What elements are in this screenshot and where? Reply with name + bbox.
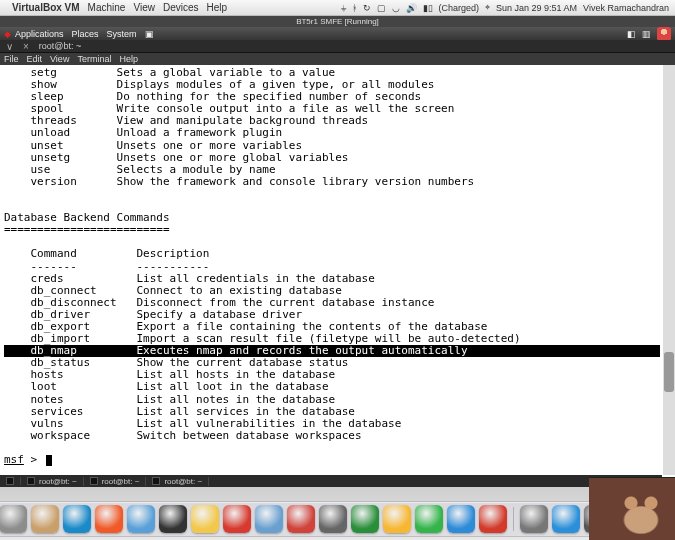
dock-icon-7[interactable] bbox=[191, 505, 219, 533]
panel-user-icon[interactable] bbox=[657, 27, 671, 41]
term-menu-terminal[interactable]: Terminal bbox=[77, 54, 111, 64]
linux-taskbar: root@bt: ~ root@bt: ~ root@bt: ~ bbox=[0, 475, 662, 487]
vm-window-title: BT5r1 SMFE [Running] bbox=[0, 16, 675, 27]
dock-icon-16[interactable] bbox=[479, 505, 507, 533]
mac-menubar: VirtualBox VM Machine View Devices Help … bbox=[0, 0, 675, 16]
dock-icon-11[interactable] bbox=[319, 505, 347, 533]
dock-icon-2[interactable] bbox=[31, 505, 59, 533]
scrollbar-thumb[interactable] bbox=[664, 352, 674, 392]
dock-icon-9[interactable] bbox=[255, 505, 283, 533]
highlighted-row: db_nmap Executes nmap and records the ou… bbox=[4, 345, 660, 357]
linux-top-panel: ◆ Applications Places System ▣ ◧ ▥ bbox=[0, 27, 675, 41]
tab-close-icon[interactable]: × bbox=[23, 41, 29, 52]
menu-help[interactable]: Help bbox=[207, 2, 228, 13]
battery-icon[interactable]: ▮▯ bbox=[423, 3, 433, 13]
battery-text: (Charged) bbox=[439, 3, 480, 13]
dock-icon-4[interactable] bbox=[95, 505, 123, 533]
terminal-scrollbar[interactable] bbox=[663, 65, 675, 475]
term-menu-help[interactable]: Help bbox=[119, 54, 138, 64]
dock-icon-14[interactable] bbox=[415, 505, 443, 533]
volume-icon[interactable]: 🔊 bbox=[406, 3, 417, 13]
airplay-icon[interactable]: ▢ bbox=[377, 3, 386, 13]
dock-icon-6[interactable] bbox=[159, 505, 187, 533]
terminal-body[interactable]: setg Sets a global variable to a value s… bbox=[0, 65, 675, 487]
cursor bbox=[46, 455, 52, 466]
terminal-tab[interactable]: root@bt: ~ bbox=[33, 41, 87, 51]
sync-icon[interactable]: ↻ bbox=[363, 3, 371, 13]
dock-icon-1[interactable] bbox=[0, 505, 27, 533]
menu-view[interactable]: View bbox=[133, 2, 155, 13]
terminal-tabbar: ∨ × root@bt: ~ bbox=[0, 40, 675, 53]
dock-icon-17[interactable] bbox=[520, 505, 548, 533]
wifi-icon[interactable]: ⏚ bbox=[341, 3, 346, 13]
dock-icon-10[interactable] bbox=[287, 505, 315, 533]
panel-places[interactable]: Places bbox=[72, 29, 99, 39]
term-menu-edit[interactable]: Edit bbox=[27, 54, 43, 64]
dock-icon-15[interactable] bbox=[447, 505, 475, 533]
term-menu-view[interactable]: View bbox=[50, 54, 69, 64]
panel-system[interactable]: System bbox=[107, 29, 137, 39]
dock-icon-5[interactable] bbox=[127, 505, 155, 533]
bt-icon[interactable]: ⌖ bbox=[485, 2, 490, 13]
distro-icon[interactable]: ◆ bbox=[4, 29, 11, 39]
dock-icon-18[interactable] bbox=[552, 505, 580, 533]
panel-applications[interactable]: Applications bbox=[15, 29, 64, 39]
term-menu-file[interactable]: File bbox=[4, 54, 19, 64]
window-min-icon[interactable]: ∨ bbox=[6, 41, 13, 52]
clock[interactable]: Sun Jan 29 9:51 AM bbox=[496, 3, 577, 13]
user-name[interactable]: Vivek Ramachandran bbox=[583, 3, 669, 13]
dock-icon-12[interactable] bbox=[351, 505, 379, 533]
wifi-strength-icon[interactable]: ◡ bbox=[392, 3, 400, 13]
terminal-menubar: File Edit View Terminal Help bbox=[0, 53, 675, 65]
dock-icon-13[interactable] bbox=[383, 505, 411, 533]
taskbar-item-1[interactable]: root@bt: ~ bbox=[21, 477, 84, 486]
dock-icon-8[interactable] bbox=[223, 505, 251, 533]
mac-dock bbox=[0, 501, 675, 537]
panel-icon-b[interactable]: ▥ bbox=[642, 29, 651, 39]
taskbar-item-2[interactable]: root@bt: ~ bbox=[84, 477, 147, 486]
mac-dock-area bbox=[0, 487, 675, 540]
app-name[interactable]: VirtualBox VM bbox=[12, 2, 80, 13]
prompt[interactable]: msf > bbox=[4, 454, 671, 466]
bluetooth-icon[interactable]: ᚼ bbox=[352, 3, 357, 13]
dock-icon-3[interactable] bbox=[63, 505, 91, 533]
terminal-window: ∨ × root@bt: ~ File Edit View Terminal H… bbox=[0, 40, 675, 487]
webcam-overlay bbox=[589, 477, 675, 540]
panel-icon-a[interactable]: ◧ bbox=[627, 29, 636, 39]
taskbar-item-3[interactable]: root@bt: ~ bbox=[146, 477, 209, 486]
taskbar-desktop-icon[interactable] bbox=[0, 477, 21, 485]
panel-terminal-icon[interactable]: ▣ bbox=[145, 29, 154, 39]
menu-machine[interactable]: Machine bbox=[88, 2, 126, 13]
menu-devices[interactable]: Devices bbox=[163, 2, 199, 13]
